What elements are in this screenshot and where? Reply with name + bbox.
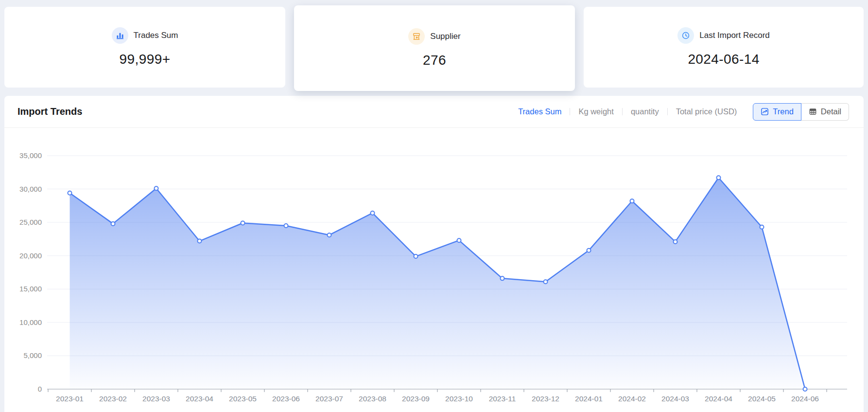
svg-text:2024-01: 2024-01: [575, 394, 603, 403]
svg-text:2023-07: 2023-07: [315, 394, 343, 403]
stat-card-supplier[interactable]: Supplier 276: [294, 5, 575, 91]
trend-area-chart: 05,00010,00015,00020,00025,00030,00035,0…: [4, 128, 864, 412]
svg-text:2024-06: 2024-06: [791, 394, 819, 403]
stat-value: 2024-06-14: [688, 52, 759, 67]
svg-text:2023-01: 2023-01: [56, 394, 84, 403]
stat-card-last-import-record[interactable]: Last Import Record 2024-06-14: [584, 7, 864, 88]
stat-value: 99,999+: [120, 52, 171, 67]
panel-header: Import Trends Trades Sum Kg weight quant…: [4, 96, 864, 128]
svg-text:2024-03: 2024-03: [661, 394, 689, 403]
svg-text:0: 0: [38, 385, 42, 393]
svg-text:30,000: 30,000: [19, 185, 42, 193]
metric-tabs: Trades Sum Kg weight quantity Total pric…: [510, 107, 745, 116]
svg-text:2023-11: 2023-11: [489, 394, 516, 403]
clock-icon: [677, 27, 694, 44]
detail-button-label: Detail: [821, 107, 841, 116]
svg-text:10,000: 10,000: [19, 318, 42, 326]
tab-total-price[interactable]: Total price (USD): [668, 107, 746, 116]
svg-text:5,000: 5,000: [23, 351, 42, 359]
table-icon: [809, 107, 817, 116]
stat-card-trades-sum[interactable]: Trades Sum 99,999+: [4, 7, 285, 88]
view-toggle: Trend Detail: [753, 103, 849, 121]
tab-quantity[interactable]: quantity: [623, 107, 667, 116]
tab-kg-weight[interactable]: Kg weight: [570, 107, 622, 116]
svg-text:35,000: 35,000: [19, 151, 42, 160]
svg-text:2023-05: 2023-05: [229, 394, 257, 403]
svg-text:2023-08: 2023-08: [359, 394, 386, 403]
trend-button[interactable]: Trend: [753, 103, 801, 121]
detail-button[interactable]: Detail: [801, 103, 849, 121]
svg-text:15,000: 15,000: [19, 285, 42, 293]
svg-text:2023-02: 2023-02: [99, 394, 127, 403]
svg-text:2023-10: 2023-10: [445, 394, 473, 403]
stat-label: Last Import Record: [699, 31, 770, 40]
svg-text:2023-09: 2023-09: [402, 394, 430, 403]
svg-text:2024-05: 2024-05: [748, 394, 776, 403]
stat-label: Supplier: [430, 32, 460, 41]
panel-title: Import Trends: [17, 106, 82, 117]
svg-text:2023-06: 2023-06: [272, 394, 300, 403]
svg-text:2024-04: 2024-04: [705, 394, 732, 403]
stat-label: Trades Sum: [134, 31, 178, 40]
stat-value: 276: [423, 53, 446, 68]
svg-text:2023-12: 2023-12: [532, 394, 559, 403]
trend-chart-icon: [761, 107, 769, 116]
svg-text:25,000: 25,000: [19, 218, 42, 226]
import-trends-panel: Import Trends Trades Sum Kg weight quant…: [4, 96, 864, 412]
storefront-icon: [408, 28, 425, 45]
svg-text:20,000: 20,000: [19, 251, 42, 260]
bar-chart-icon: [112, 27, 128, 44]
tab-trades-sum[interactable]: Trades Sum: [510, 107, 570, 116]
svg-text:2023-03: 2023-03: [142, 394, 170, 403]
trend-button-label: Trend: [773, 107, 794, 116]
svg-text:2024-02: 2024-02: [618, 394, 646, 403]
svg-text:2023-04: 2023-04: [186, 394, 213, 403]
